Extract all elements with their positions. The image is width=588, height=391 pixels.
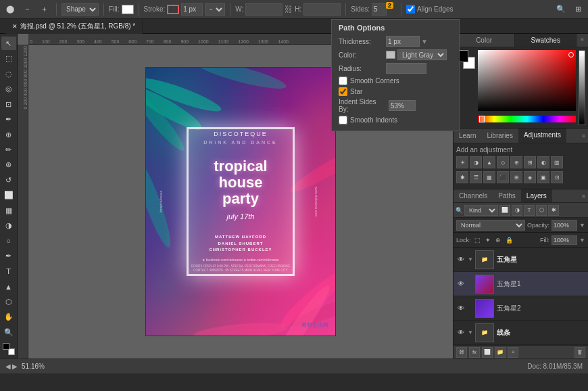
layer-vis-xiantiao[interactable]: 👁 xyxy=(456,328,466,338)
shape-tool[interactable]: ⬡ xyxy=(1,295,16,308)
layer-wujiaoxing1[interactable]: 👁 五角星1 xyxy=(454,272,588,296)
eraser-tool[interactable]: ⬜ xyxy=(1,189,16,202)
width-input[interactable]: 932 px xyxy=(245,3,283,16)
adj-color-balance[interactable]: ◐ xyxy=(537,156,549,168)
lock-pixels-btn[interactable]: ⬚ xyxy=(473,237,482,244)
align-edges-checkbox[interactable] xyxy=(406,5,415,14)
opacity-input[interactable] xyxy=(552,220,577,231)
lasso-tool[interactable]: ◌ xyxy=(1,67,16,80)
tab-libraries[interactable]: Libraries xyxy=(482,129,518,142)
link-layers-btn[interactable]: ⛓ xyxy=(456,347,467,358)
stroke-color-swatch[interactable] xyxy=(167,5,179,14)
color-select[interactable]: Light Gray Black White xyxy=(397,49,447,60)
adj-levels[interactable]: ▲ xyxy=(483,156,495,168)
adj-posterize[interactable]: ⊞ xyxy=(510,171,522,183)
filter-adjust-btn[interactable]: ◑ xyxy=(512,205,522,216)
hand-tool[interactable]: ✋ xyxy=(1,310,16,323)
lock-all-btn[interactable]: 🔒 xyxy=(504,237,514,244)
adj-brightness[interactable]: ☀ xyxy=(456,156,468,168)
quick-select-tool[interactable]: ◎ xyxy=(1,82,16,95)
healing-tool[interactable]: ⊕ xyxy=(1,128,16,141)
sides-input[interactable] xyxy=(372,3,387,16)
filter-type-btn[interactable]: T xyxy=(524,205,535,216)
lightness-bar[interactable] xyxy=(579,50,585,125)
crop-tool[interactable]: ⊡ xyxy=(1,97,16,111)
adj-color-lookup[interactable]: ▦ xyxy=(483,171,495,183)
clone-tool[interactable]: ⊛ xyxy=(1,158,16,172)
prev-arrow[interactable]: ◀ xyxy=(5,363,11,370)
tab-swatches[interactable]: Swatches xyxy=(515,34,577,47)
lock-position-btn[interactable]: ✦ xyxy=(484,237,492,244)
tab-color[interactable]: Color xyxy=(454,34,515,47)
indent-input[interactable] xyxy=(389,100,416,111)
layer-vis-wujiaoxing[interactable]: 👁 xyxy=(456,255,466,264)
tab-paths[interactable]: Paths xyxy=(493,189,521,202)
color-swatch[interactable] xyxy=(386,51,395,59)
filter-pixel-btn[interactable]: ⬜ xyxy=(499,205,510,216)
layer-expand-xiantiao[interactable]: ▼ xyxy=(467,329,474,336)
foreground-bg-swatches[interactable] xyxy=(1,342,16,355)
adj-panel-expand[interactable]: ≡ xyxy=(579,130,588,142)
path-select-tool[interactable]: ▲ xyxy=(1,280,16,294)
minimize-btn[interactable]: － xyxy=(20,2,34,17)
poster[interactable]: DISCOTEQUE DRINK AND DANCE tropical hous… xyxy=(145,67,336,336)
search-icon[interactable]: 🔍 xyxy=(554,2,568,17)
marquee-tool[interactable]: ⬚ xyxy=(1,51,16,65)
layer-group-xiantiao[interactable]: 👁 ▼ 📁 线条 xyxy=(454,321,588,345)
shape-select[interactable]: Shape Path Pixels xyxy=(62,3,99,16)
stroke-width-input[interactable] xyxy=(181,3,203,16)
layer-vis-wujiaoxing2[interactable]: 👁 xyxy=(456,304,466,313)
brush-tool[interactable]: ✏ xyxy=(1,143,16,156)
smooth-indents-checkbox[interactable] xyxy=(339,116,347,124)
blend-mode-select[interactable]: Normal Multiply Screen Overlay xyxy=(456,220,525,231)
fill-color-swatch[interactable] xyxy=(122,5,134,14)
adj-threshold[interactable]: ◈ xyxy=(524,171,536,183)
thickness-input[interactable] xyxy=(386,36,420,47)
delete-layer-btn[interactable]: 🗑 xyxy=(574,347,585,358)
star-checkbox[interactable] xyxy=(339,87,347,96)
adj-exposure[interactable]: ◇ xyxy=(497,156,509,168)
adj-selective-color[interactable]: ⊡ xyxy=(551,171,563,183)
new-layer-btn[interactable]: + xyxy=(508,347,518,358)
tab-close-x[interactable]: ✕ xyxy=(12,23,18,30)
history-tool[interactable]: ↺ xyxy=(1,173,16,187)
kind-select[interactable]: Kind Name Effect xyxy=(464,205,498,216)
status-arrows[interactable]: ◀ ▶ xyxy=(5,363,18,370)
tab-layers[interactable]: Layers xyxy=(521,189,552,202)
color-spectrum[interactable] xyxy=(478,50,576,111)
next-arrow[interactable]: ▶ xyxy=(12,363,18,370)
maximize-btn[interactable]: ＋ xyxy=(36,2,51,17)
stroke-type-select[interactable]: — xyxy=(205,3,225,16)
hue-bar[interactable] xyxy=(478,116,576,122)
tab-adjustments[interactable]: Adjustments xyxy=(518,129,566,143)
app-menu-btn[interactable]: ⬤ xyxy=(3,2,18,17)
layers-panel-expand[interactable]: ≡ xyxy=(579,190,588,202)
pen-tool[interactable]: ✒ xyxy=(1,250,16,263)
color-panel-menu[interactable]: ≡ xyxy=(577,34,588,47)
move-tool[interactable]: ↖ xyxy=(1,37,16,50)
zoom-tool[interactable]: 🔍 xyxy=(1,325,16,339)
layer-wujiaoxing2[interactable]: 👁 五角星2 xyxy=(454,296,588,321)
adj-channel-mixer[interactable]: ☰ xyxy=(470,171,482,183)
eyedropper-tool[interactable]: ✒ xyxy=(1,112,16,126)
add-style-btn[interactable]: fx xyxy=(469,347,480,358)
smooth-corners-checkbox[interactable] xyxy=(339,76,347,85)
adj-curves[interactable]: ◑ xyxy=(470,156,482,168)
adj-invert[interactable]: ⬛ xyxy=(497,171,509,183)
arrange-icon[interactable]: ⊞ xyxy=(570,2,585,17)
type-tool[interactable]: T xyxy=(1,264,16,278)
blur-tool[interactable]: ◑ xyxy=(1,219,16,233)
radius-input[interactable] xyxy=(386,63,426,74)
add-mask-btn[interactable]: ⬜ xyxy=(482,347,493,358)
layer-group-wujiaoxing[interactable]: 👁 ▼ 📁 五角星 xyxy=(454,248,588,272)
tab-channels[interactable]: Channels xyxy=(454,189,493,202)
layer-vis-wujiaoxing1[interactable]: 👁 xyxy=(456,279,466,289)
adj-gradient-map[interactable]: ▣ xyxy=(537,171,549,183)
height-input[interactable]: 1279 px xyxy=(303,3,341,16)
layer-expand-wujiaoxing[interactable]: ▼ xyxy=(467,256,474,262)
adj-hsl[interactable]: ⊞ xyxy=(524,156,536,168)
fill-input[interactable] xyxy=(552,235,577,245)
filter-smart-btn[interactable]: ✱ xyxy=(548,205,559,216)
lock-artboards-btn[interactable]: ⊕ xyxy=(494,237,502,244)
new-group-btn[interactable]: 📁 xyxy=(495,347,506,358)
